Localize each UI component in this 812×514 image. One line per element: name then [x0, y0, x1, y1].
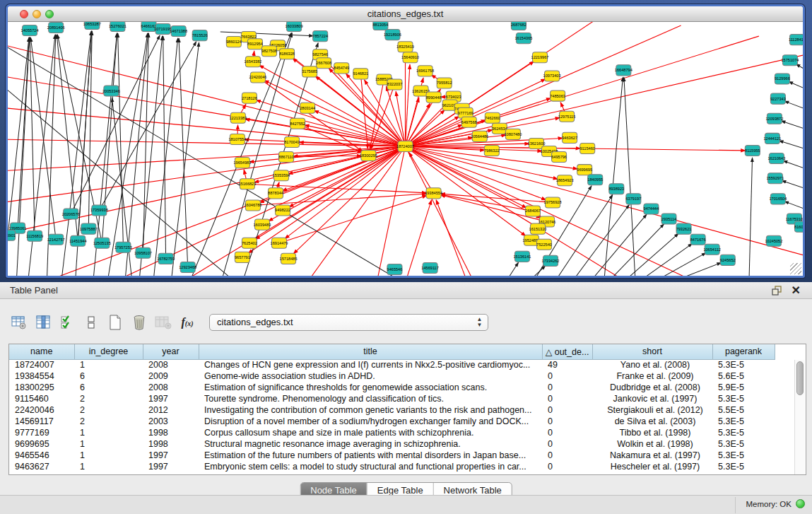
- graph-node-12975115[interactable]: 12975115: [558, 111, 576, 122]
- edge[interactable]: [749, 158, 753, 276]
- graph-node-16914479[interactable]: 16914479: [271, 238, 288, 248]
- selected-edge[interactable]: [406, 146, 558, 179]
- graph-node-8427552[interactable]: 8427552: [290, 118, 305, 129]
- graph-node-7522540[interactable]: 7522540: [536, 239, 552, 250]
- graph-node-16782759[interactable]: 16782759: [157, 253, 175, 264]
- graph-node-15276021[interactable]: 15276021: [109, 22, 126, 32]
- graph-node-8170043[interactable]: 8170043: [284, 136, 300, 147]
- edge[interactable]: [783, 160, 803, 170]
- graph-node-15640910[interactable]: 15640910: [401, 52, 419, 63]
- graph-node-10653287[interactable]: 10653287: [83, 22, 101, 30]
- graph-node-18325419[interactable]: 18325419: [396, 42, 414, 52]
- graph-node-15718485[interactable]: 15718485: [280, 253, 298, 264]
- graph-node-11451944[interactable]: 11451944: [69, 235, 87, 246]
- graph-node-17016504[interactable]: 17016504: [769, 194, 787, 204]
- graph-node-8867110[interactable]: 8867110: [278, 152, 293, 163]
- graph-node-12219967[interactable]: 12219967: [531, 52, 549, 63]
- graph-node-9498222[interactable]: 9498222: [275, 205, 290, 216]
- graph-node-9827508[interactable]: 9827508: [261, 46, 277, 57]
- edge[interactable]: [118, 33, 124, 247]
- edge[interactable]: [784, 201, 803, 211]
- selected-edge[interactable]: [293, 146, 405, 254]
- graph-node-20053346[interactable]: 20053346: [102, 86, 120, 96]
- graph-node-9699695[interactable]: 9699695: [577, 165, 592, 175]
- graph-node-9245652[interactable]: 9245652: [720, 255, 736, 265]
- table-row[interactable]: 2242004622012Investigating the contribut…: [9, 404, 775, 416]
- graph-node-8813054[interactable]: 8813054: [373, 22, 389, 30]
- network-window[interactable]: citations_edges.txt 18724007183002951938…: [6, 4, 805, 278]
- selected-edge[interactable]: [8, 146, 405, 171]
- graph-node-18300295[interactable]: 18300295: [360, 151, 377, 161]
- edge[interactable]: [634, 244, 692, 276]
- graph-node-9474444[interactable]: 9474444: [644, 204, 659, 214]
- graph-node-12213383[interactable]: 12213383: [229, 112, 247, 123]
- graph-node-6497568[interactable]: 6497568: [461, 117, 477, 127]
- graph-node-7815526[interactable]: 7815526: [192, 30, 208, 41]
- graph-node-7625402[interactable]: 7625402: [242, 238, 257, 248]
- graph-node-12142757[interactable]: 12142757: [47, 234, 65, 245]
- selected-edge[interactable]: [406, 54, 804, 146]
- graph-node-2667608[interactable]: 2667608: [316, 58, 331, 69]
- graph-node-6495796[interactable]: 6495796: [551, 152, 567, 163]
- graph-node-18107554[interactable]: 18107554: [228, 134, 246, 144]
- graph-node-19654983[interactable]: 19654983: [233, 158, 251, 168]
- graph-node-1840955[interactable]: 1840955: [587, 175, 603, 185]
- graph-node-9463627[interactable]: 9463627: [562, 132, 577, 143]
- selected-edge[interactable]: [436, 200, 469, 276]
- edge[interactable]: [789, 81, 803, 90]
- float-window-icon[interactable]: [771, 285, 782, 296]
- edge[interactable]: [139, 36, 162, 276]
- column-header-title[interactable]: title: [199, 344, 542, 359]
- delete-column-icon[interactable]: [130, 313, 148, 332]
- selected-edge[interactable]: [258, 77, 363, 151]
- graph-node-16961758[interactable]: 16961758: [416, 66, 434, 76]
- network-view-canvas[interactable]: 1872400718300295193845547663822986012489…: [8, 22, 803, 276]
- graph-node-7932621[interactable]: 7932621: [676, 223, 692, 234]
- graph-node-20564486[interactable]: 20564486: [471, 131, 488, 141]
- show-columns-icon[interactable]: [34, 313, 52, 332]
- table-row[interactable]: 1830029562008Estimation of significance …: [9, 382, 775, 393]
- graph-node-2803144[interactable]: 2803144: [300, 103, 315, 113]
- edge[interactable]: [143, 33, 149, 253]
- graph-node-8322037[interactable]: 8322037: [387, 79, 403, 90]
- memory-indicator[interactable]: Memory: OK: [746, 499, 805, 508]
- graph-node-7462660[interactable]: 7462660: [485, 112, 500, 123]
- graph-node-19218906[interactable]: 19218906: [384, 30, 401, 40]
- column-header-name[interactable]: name: [9, 344, 74, 359]
- graph-node-10807480[interactable]: 10807480: [504, 129, 522, 139]
- table-scrollbar[interactable]: [794, 360, 805, 475]
- graph-node-16046788[interactable]: 16046788: [244, 200, 261, 211]
- graph-node-10654112[interactable]: 10654112: [703, 244, 721, 255]
- graph-node-17359938[interactable]: 17359938: [90, 205, 108, 216]
- graph-node-9227343[interactable]: 9227343: [770, 93, 786, 104]
- graph-node-17334262[interactable]: 17334262: [542, 255, 560, 266]
- column-header-pagerank[interactable]: pagerank: [712, 344, 775, 359]
- graph-node-10975887[interactable]: 10975887: [80, 223, 98, 234]
- edge[interactable]: [779, 141, 803, 150]
- graph-node-8454749[interactable]: 8454749: [334, 63, 349, 74]
- edge[interactable]: [30, 37, 35, 236]
- table-scrollbar-thumb[interactable]: [796, 361, 804, 395]
- graph-node-8160334[interactable]: 8160334: [794, 221, 803, 232]
- selected-edge[interactable]: [406, 146, 541, 218]
- graph-node-12093872[interactable]: 12093872: [765, 113, 783, 124]
- window-resize-grip[interactable]: [790, 263, 801, 274]
- graph-node-7955812[interactable]: 7955812: [437, 78, 452, 88]
- edge[interactable]: [784, 101, 803, 110]
- graph-node-8938923[interactable]: 8938923: [608, 184, 624, 194]
- graph-node-8186328[interactable]: 8186328: [279, 49, 295, 59]
- graph-node-16151320[interactable]: 16151320: [529, 223, 547, 234]
- function-builder-icon[interactable]: f(x): [178, 313, 196, 332]
- edge[interactable]: [664, 263, 721, 276]
- graph-node-2718126[interactable]: 2718126: [242, 93, 257, 103]
- graph-node-18654923[interactable]: 18654923: [556, 175, 574, 186]
- selected-edge[interactable]: [314, 110, 405, 146]
- row-height-icon[interactable]: [82, 313, 100, 332]
- table-row[interactable]: 946554611997Estimation of the future num…: [9, 450, 775, 461]
- select-all-icon[interactable]: [58, 313, 76, 332]
- table-row[interactable]: 1872400712008Changes of HCN gene express…: [9, 359, 775, 370]
- graph-node-20891406[interactable]: 20891406: [47, 23, 65, 33]
- edge[interactable]: [88, 31, 92, 229]
- graph-node-3175685[interactable]: 3175685: [302, 66, 317, 77]
- graph-node-15166823[interactable]: 15166823: [238, 179, 256, 189]
